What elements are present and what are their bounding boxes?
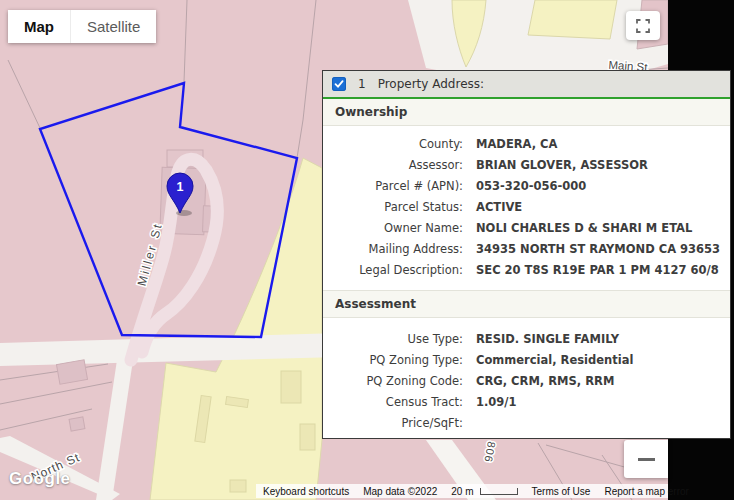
row-value: RESID. SINGLE FAMILY — [476, 329, 619, 350]
google-logo: Google — [9, 469, 71, 489]
report-map-error-link[interactable]: Report a map error — [597, 486, 695, 497]
keyboard-shortcuts-link[interactable]: Keyboard shortcuts — [256, 486, 356, 497]
table-row: Assessor:BRIAN GLOVER, ASSESSOR — [323, 155, 730, 176]
row-label: Mailing Address: — [323, 239, 463, 260]
map-data-text: Map data ©2022 — [356, 486, 444, 497]
fullscreen-button[interactable] — [626, 11, 660, 40]
row-value: NOLI CHARLES D & SHARI M ETAL — [476, 218, 692, 239]
row-label: Use Type: — [323, 329, 463, 350]
zoom-out-button[interactable] — [624, 440, 668, 478]
section-title-ownership: Ownership — [323, 99, 730, 126]
scale-control[interactable]: 20 m — [444, 486, 524, 497]
table-row: Parcel # (APN):053-320-056-000 — [323, 176, 730, 197]
table-row: Parcel Status:ACTIVE — [323, 197, 730, 218]
row-label: Parcel # (APN): — [323, 176, 463, 197]
attribution-bar: Keyboard shortcuts Map data ©2022 20 m T… — [256, 484, 668, 498]
row-label: Owner Name: — [323, 218, 463, 239]
row-label: Census Tract: — [323, 392, 463, 413]
map-type-map-button[interactable]: Map — [8, 10, 70, 43]
marker-shadow — [176, 210, 192, 216]
row-value: SEC 20 T8S R19E PAR 1 PM 4127 60/8 — [476, 260, 719, 281]
table-row: Price/SqFt: — [323, 413, 730, 434]
scale-bar-icon — [480, 488, 518, 495]
section-title-assessment: Assessment — [323, 290, 730, 318]
row-value: 1.09/1 — [476, 392, 517, 413]
property-checkbox[interactable] — [332, 77, 346, 91]
row-label: PQ Zoning Code: — [323, 371, 463, 392]
row-label: Parcel Status: — [323, 197, 463, 218]
property-info-panel: 1 Property Address: Ownership County:MAD… — [322, 70, 731, 439]
property-number: 1 — [358, 77, 366, 91]
row-value: MADERA, CA — [476, 134, 557, 155]
panel-header: 1 Property Address: — [323, 71, 730, 99]
row-label: Assessor: — [323, 155, 463, 176]
row-label: PQ Zoning Type: — [323, 350, 463, 371]
checkmark-icon — [334, 79, 344, 89]
table-row: PQ Zoning Code:CRG, CRM, RMS, RRM — [323, 371, 730, 392]
table-row: Owner Name:NOLI CHARLES D & SHARI M ETAL — [323, 218, 730, 239]
assessment-rows: Use Type:RESID. SINGLE FAMILY PQ Zoning … — [323, 318, 730, 443]
table-row: PQ Zoning Type:Commercial, Residential — [323, 350, 730, 371]
row-value: BRIAN GLOVER, ASSESSOR — [476, 155, 648, 176]
minus-icon — [638, 458, 655, 461]
row-value: CRG, CRM, RMS, RRM — [476, 371, 614, 392]
row-value: Commercial, Residential — [476, 350, 633, 371]
property-address-title: Property Address: — [378, 77, 484, 91]
row-label: Legal Description: — [323, 260, 463, 281]
row-label: County: — [323, 134, 463, 155]
map-type-control: Map Satellite — [8, 10, 156, 43]
table-row: Use Type:RESID. SINGLE FAMILY — [323, 329, 730, 350]
table-row: Census Tract:1.09/1 — [323, 392, 730, 413]
marker-number: 1 — [177, 180, 184, 194]
scale-text: 20 m — [451, 486, 473, 497]
row-value: ACTIVE — [476, 197, 522, 218]
table-row: County:MADERA, CA — [323, 134, 730, 155]
row-value: 053-320-056-000 — [476, 176, 586, 197]
app-window: Main St Miller St North St 806 1 Map Sat… — [0, 0, 734, 500]
row-value: 34935 NORTH ST RAYMOND CA 93653 — [476, 239, 720, 260]
table-row: Mailing Address:34935 NORTH ST RAYMOND C… — [323, 239, 730, 260]
table-row: Legal Description:SEC 20 T8S R19E PAR 1 … — [323, 260, 730, 281]
fullscreen-icon — [636, 19, 650, 33]
terms-of-use-link[interactable]: Terms of Use — [525, 486, 598, 497]
ownership-rows: County:MADERA, CA Assessor:BRIAN GLOVER,… — [323, 126, 730, 290]
row-label: Price/SqFt: — [323, 413, 463, 434]
zone-yellow-block-top — [528, 0, 617, 39]
map-type-satellite-button[interactable]: Satellite — [70, 10, 156, 43]
